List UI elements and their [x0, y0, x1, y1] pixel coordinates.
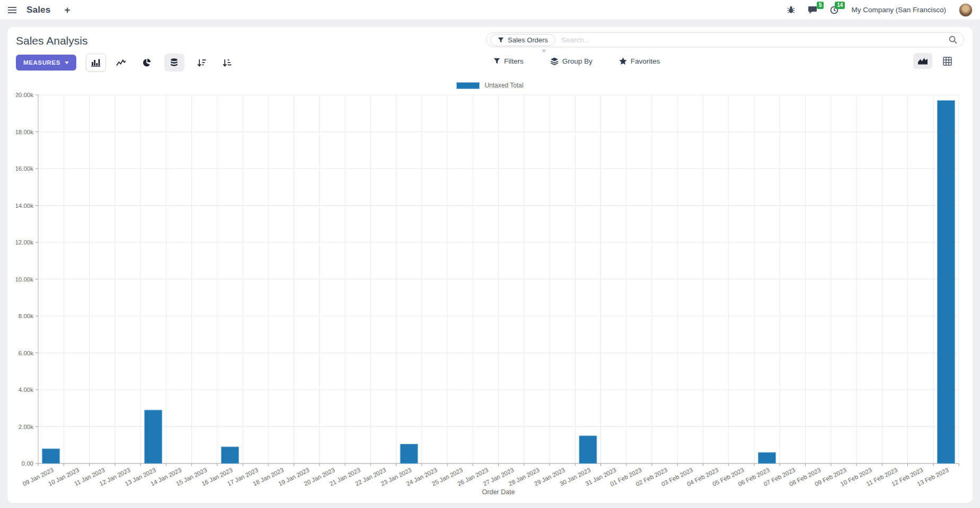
legend-label: Untaxed Total: [484, 82, 523, 89]
search-bar[interactable]: Sales Orders × Search...: [486, 32, 964, 47]
stacked-toggle-button[interactable]: [164, 54, 184, 72]
y-tick-label: 10.00k: [16, 276, 33, 283]
apps-menu-icon[interactable]: [7, 6, 17, 14]
search-facet[interactable]: Sales Orders: [490, 34, 555, 46]
pivot-table-icon: [943, 57, 952, 66]
debug-bug-icon[interactable]: [787, 6, 795, 14]
bar-chart-type-button[interactable]: [86, 54, 106, 72]
filters-button[interactable]: Filters: [493, 57, 524, 65]
messages-count-badge: 5: [817, 2, 824, 9]
remove-facet-icon[interactable]: ×: [542, 47, 546, 55]
legend-swatch[interactable]: [456, 82, 480, 89]
chart-bar[interactable]: [221, 447, 239, 463]
y-tick-label: 4.00k: [19, 387, 33, 393]
pivot-view-button[interactable]: [938, 53, 957, 69]
axes: [36, 95, 959, 466]
user-avatar[interactable]: [959, 3, 973, 17]
line-chart-type-button[interactable]: [111, 54, 131, 72]
area-chart-icon: [917, 57, 928, 65]
y-tick-label: 6.00k: [19, 350, 33, 356]
chart-bar[interactable]: [758, 452, 776, 463]
graph-view-button[interactable]: [913, 53, 932, 69]
favorites-button[interactable]: Favorites: [619, 57, 660, 65]
star-icon: [619, 57, 627, 65]
app-name[interactable]: Sales: [27, 5, 50, 15]
company-switcher[interactable]: My Company (San Francisco): [851, 6, 946, 14]
filters-label: Filters: [504, 57, 524, 65]
x-axis-title: Order Date: [482, 488, 515, 496]
pie-chart-type-button[interactable]: [137, 54, 157, 72]
measures-button[interactable]: MEASURES: [16, 55, 76, 71]
chart-area: 0.002.00k4.00k6.00k8.00k10.00k12.00k14.0…: [16, 92, 964, 501]
messages-icon[interactable]: 5: [808, 6, 817, 14]
chart-legend[interactable]: Untaxed Total: [16, 80, 964, 91]
filter-icon: [493, 58, 500, 64]
page-title: Sales Analysis: [16, 34, 237, 47]
y-tick-label: 18.00k: [16, 129, 33, 135]
control-panel: Sales Analysis MEASURES: [16, 32, 964, 72]
chart-bar[interactable]: [579, 436, 597, 463]
chart-bar[interactable]: [42, 449, 60, 463]
y-tick-label: 16.00k: [16, 165, 33, 172]
y-tick-label: 12.00k: [16, 239, 33, 246]
chart-bar[interactable]: [400, 444, 418, 463]
y-tick-label: 14.00k: [16, 203, 33, 209]
search-icon[interactable]: [949, 36, 957, 44]
chart-bar[interactable]: [145, 410, 162, 463]
sort-descending-button[interactable]: [192, 54, 212, 72]
activities-count-badge: 14: [835, 2, 845, 9]
facet-label: Sales Orders: [508, 36, 548, 44]
chart-bar[interactable]: [937, 100, 955, 463]
measures-label: MEASURES: [23, 59, 60, 66]
caret-down-icon: [65, 62, 69, 64]
y-tick-label: 8.00k: [19, 313, 33, 319]
gridlines: [38, 95, 959, 463]
layers-icon: [550, 57, 559, 65]
group-by-button[interactable]: Group By: [550, 57, 593, 65]
facet-filter-icon: [498, 37, 504, 43]
bar-chart: 0.002.00k4.00k6.00k8.00k10.00k12.00k14.0…: [16, 92, 964, 499]
main-panel: Sales Analysis MEASURES: [7, 27, 973, 503]
y-tick-label: 0.00: [22, 460, 33, 467]
new-tab-plus-icon[interactable]: +: [64, 4, 70, 16]
sort-ascending-button[interactable]: [217, 54, 237, 72]
group-by-label: Group By: [562, 57, 593, 65]
top-navbar: Sales + 5 14 My Company (San Francisco): [0, 0, 980, 20]
favorites-label: Favorites: [631, 57, 660, 65]
y-tick-label: 20.00k: [16, 92, 33, 98]
activities-clock-icon[interactable]: 14: [830, 6, 838, 14]
search-input[interactable]: Search...: [561, 36, 949, 44]
y-tick-label: 2.00k: [19, 424, 33, 430]
